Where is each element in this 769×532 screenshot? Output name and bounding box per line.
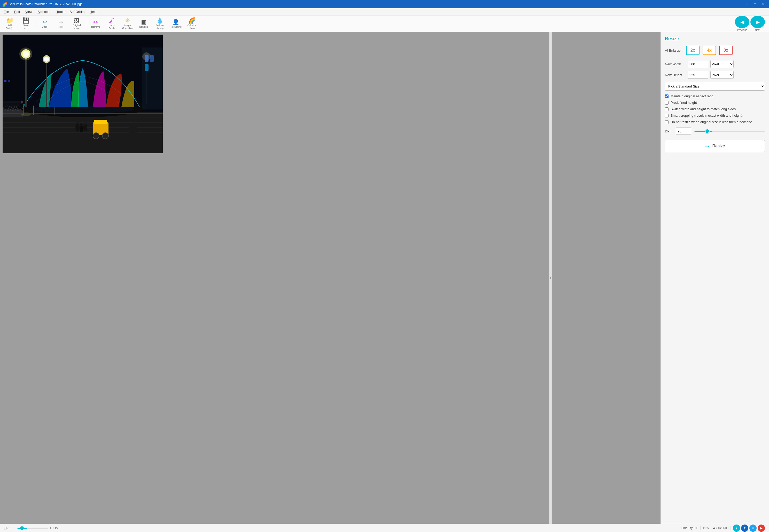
enlarge-8x-button[interactable]: 8x bbox=[719, 46, 733, 55]
menu-tools[interactable]: Tools bbox=[54, 9, 67, 15]
svg-point-26 bbox=[93, 133, 99, 139]
canvas-area[interactable]: ▼ bbox=[0, 32, 661, 524]
retouching-button[interactable]: 👤 Retouching bbox=[168, 17, 183, 31]
new-width-label: New Width bbox=[665, 62, 686, 66]
add-files-icon: 📁 bbox=[6, 18, 13, 23]
dpi-slider[interactable] bbox=[694, 131, 765, 132]
image-size-section: 4800x3600 bbox=[711, 526, 731, 530]
svg-rect-40 bbox=[129, 122, 137, 123]
undo-icon: ↩ bbox=[42, 19, 47, 25]
add-files-label: AddFile(s)... bbox=[6, 24, 14, 30]
no-resize-checkbox[interactable] bbox=[665, 120, 669, 124]
next-button[interactable]: ▶ bbox=[750, 16, 765, 28]
predefined-height-row: Predefined height bbox=[665, 101, 765, 105]
svg-point-33 bbox=[84, 122, 87, 125]
menu-help[interactable]: Help bbox=[87, 9, 99, 15]
svg-rect-14 bbox=[46, 60, 47, 107]
prev-label: Previous bbox=[737, 29, 747, 31]
svg-point-16 bbox=[44, 57, 49, 62]
twitter-button[interactable]: 𝕏 bbox=[749, 525, 757, 532]
prev-button[interactable]: ◀ bbox=[735, 16, 749, 28]
svg-rect-39 bbox=[129, 122, 137, 138]
no-resize-label[interactable]: Do not resize when original size is less… bbox=[671, 120, 752, 124]
new-height-input[interactable] bbox=[688, 71, 708, 79]
denoise-button[interactable]: ▣ Denoise bbox=[136, 17, 151, 31]
zoom-out-button[interactable]: − bbox=[14, 526, 16, 530]
resize-button[interactable]: ⇒ Resize bbox=[665, 140, 765, 152]
colorize-photo-icon: 🌈 bbox=[188, 18, 195, 23]
separator-2 bbox=[86, 19, 86, 29]
facebook-button[interactable]: f bbox=[741, 525, 748, 532]
maintain-ratio-label[interactable]: Maintain original aspect ratio bbox=[671, 94, 713, 98]
predefined-height-checkbox[interactable] bbox=[665, 101, 669, 105]
image-correction-button[interactable]: ☀ ImageCorrection bbox=[120, 17, 135, 31]
new-width-input[interactable] bbox=[688, 60, 708, 68]
reduce-blurring-icon: 💧 bbox=[156, 18, 163, 23]
redo-button[interactable]: ↪ Redo bbox=[53, 17, 68, 31]
no-resize-row: Do not resize when original size is less… bbox=[665, 120, 765, 124]
menu-softorbits[interactable]: SoftOrbits bbox=[67, 9, 87, 15]
undo-brush-label: UndoBrush bbox=[108, 24, 115, 30]
youtube-button[interactable]: ▶ bbox=[758, 525, 765, 532]
image-correction-label: ImageCorrection bbox=[122, 24, 133, 30]
menu-file[interactable]: File bbox=[1, 9, 12, 15]
toolbar: 📁 AddFile(s)... 💾 Saveas... ↩ Undo ↪ Red… bbox=[0, 15, 769, 32]
smart-crop-label[interactable]: Smart cropping (result in exact width an… bbox=[671, 114, 743, 117]
remove-icon: ✂ bbox=[93, 19, 98, 25]
svg-point-29 bbox=[76, 121, 79, 124]
new-width-unit-select[interactable]: Pixel Percent cm inch bbox=[710, 60, 734, 68]
smart-crop-checkbox[interactable] bbox=[665, 114, 669, 117]
undo-brush-button[interactable]: 🖌 UndoBrush bbox=[104, 17, 119, 31]
restore-button[interactable]: □ bbox=[751, 1, 759, 7]
select-rect-tool[interactable]: □ bbox=[4, 526, 6, 530]
menu-view[interactable]: View bbox=[22, 9, 35, 15]
resize-arrow-icon: ⇒ bbox=[705, 143, 709, 149]
switch-wh-checkbox[interactable] bbox=[665, 107, 669, 111]
redo-label: Redo bbox=[58, 26, 64, 28]
minimize-button[interactable]: ─ bbox=[743, 1, 750, 7]
resize-button-label: Resize bbox=[712, 144, 725, 148]
enlarge-2x-button[interactable]: 2x bbox=[686, 46, 700, 55]
denoise-label: Denoise bbox=[139, 26, 148, 28]
svg-rect-21 bbox=[145, 55, 148, 62]
switch-wh-row: Switch width and height to match long si… bbox=[665, 107, 765, 111]
svg-rect-22 bbox=[150, 55, 154, 62]
predefined-height-label[interactable]: Predefined height bbox=[671, 101, 697, 105]
tool-icons-section: □ ○ bbox=[2, 524, 12, 532]
new-height-unit-select[interactable]: Pixel Percent cm inch bbox=[710, 71, 734, 79]
prev-arrow-icon: ◀ bbox=[740, 19, 744, 25]
original-image-button[interactable]: 🖼 OriginalImage bbox=[69, 17, 84, 31]
maintain-ratio-checkbox[interactable] bbox=[665, 94, 669, 98]
save-as-button[interactable]: 💾 Saveas... bbox=[18, 17, 34, 31]
dpi-slider-container bbox=[694, 129, 765, 134]
undo-button[interactable]: ↩ Undo bbox=[37, 17, 52, 31]
save-as-icon: 💾 bbox=[22, 18, 29, 23]
dpi-input[interactable] bbox=[676, 128, 691, 135]
switch-wh-label[interactable]: Switch width and height to match long si… bbox=[671, 107, 736, 111]
prev-nav-group: ◀ Previous bbox=[735, 16, 749, 31]
time-section: Time (s): 0.0 bbox=[679, 526, 701, 530]
close-button[interactable]: ✕ bbox=[760, 1, 767, 7]
main-layout: ▼ Resize AI Enlarge 2x 4x 8x New Width P… bbox=[0, 32, 769, 524]
new-width-row: New Width Pixel Percent cm inch bbox=[665, 60, 765, 68]
panel-collapse-button[interactable]: ▼ bbox=[549, 32, 552, 524]
svg-point-32 bbox=[83, 124, 87, 131]
menu-edit[interactable]: Edit bbox=[12, 9, 22, 15]
social-icons-section: ℹ f 𝕏 ▶ bbox=[731, 525, 767, 532]
zoom-in-button[interactable]: + bbox=[49, 526, 52, 530]
next-nav-group: ▶ Next bbox=[750, 16, 765, 31]
select-ellipse-tool[interactable]: ○ bbox=[7, 526, 9, 530]
menu-selection[interactable]: Selection bbox=[35, 9, 54, 15]
remove-button[interactable]: ✂ Remove bbox=[88, 17, 103, 31]
add-files-button[interactable]: 📁 AddFile(s)... bbox=[2, 17, 18, 31]
maintain-ratio-row: Maintain original aspect ratio bbox=[665, 94, 765, 98]
standard-size-select[interactable]: Pick a Standard Size 800x600 1024x768 12… bbox=[665, 82, 765, 91]
zoom-slider[interactable] bbox=[17, 528, 48, 529]
svg-point-38 bbox=[31, 106, 134, 113]
image-correction-icon: ☀ bbox=[125, 18, 130, 23]
info-button[interactable]: ℹ bbox=[733, 525, 740, 532]
title-bar: 🌈 SoftOrbits Photo Retoucher Pro - IMG_2… bbox=[0, 0, 769, 8]
colorize-photo-button[interactable]: 🌈 Colorizephoto bbox=[184, 17, 199, 31]
enlarge-4x-button[interactable]: 4x bbox=[703, 46, 716, 55]
reduce-blurring-button[interactable]: 💧 Reduceblurring bbox=[152, 17, 167, 31]
